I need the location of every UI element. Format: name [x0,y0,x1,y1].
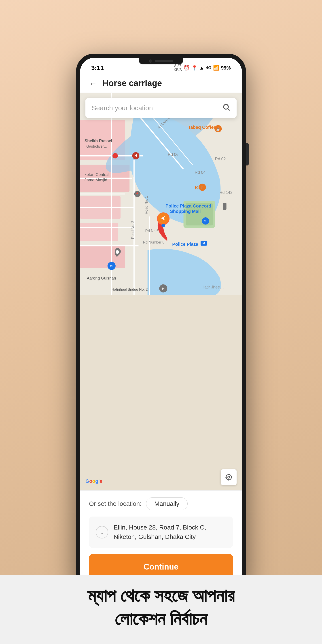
phone-screen: 3:11 8.27KB/S ⏰ 📍 ▲ 4G 📶 99% ← Horse car… [80,58,242,586]
svg-text:Road No. 1: Road No. 1 [144,196,148,214]
location-icon: 📍 [192,65,198,71]
battery-status: 99% [221,65,231,71]
svg-text:ketan Central: ketan Central [84,172,109,177]
svg-point-51 [162,224,165,227]
svg-text:Police Plaza Concord: Police Plaza Concord [166,204,211,208]
bottom-banner: ম্যাপ থেকে সহজে আপনার লোকেশন নির্বাচন [0,575,322,644]
front-camera [149,60,152,62]
svg-text:l Gastroliver…: l Gastroliver… [84,144,107,148]
svg-text:Rd No 6: Rd No 6 [145,229,158,233]
svg-text:Sheikh Russel: Sheikh Russel [84,139,112,143]
svg-text:☕: ☕ [216,127,220,131]
svg-line-67 [228,109,230,110]
search-icon[interactable] [222,103,230,113]
address-down-icon: ↓ [96,526,108,538]
svg-text:M: M [202,242,205,245]
wifi-icon: 📶 [213,65,219,71]
back-button[interactable]: ← [89,79,97,88]
alarm-icon: ⏰ [184,65,190,71]
status-time: 3:11 [91,64,104,72]
svg-text:🛍: 🛍 [110,264,113,268]
svg-text:Rd 06: Rd 06 [168,152,178,157]
svg-text:Police Plaza: Police Plaza [172,242,198,247]
svg-point-66 [224,104,228,109]
network-icon: 4G [206,66,211,70]
svg-text:🛍: 🛍 [204,219,207,223]
phone-notch [139,58,183,64]
svg-rect-63 [223,203,226,210]
svg-text:Rd 02: Rd 02 [215,157,226,161]
app-header: ← Horse carriage [80,74,242,93]
manually-button[interactable]: Manually [146,497,188,510]
svg-text:Jame Masjid: Jame Masjid [84,178,107,182]
svg-text:Rd 04: Rd 04 [195,170,206,175]
svg-rect-5 [80,223,118,241]
location-option-label: Or set the location: [89,500,142,507]
signal-icon: ▲ [199,65,204,71]
svg-point-60 [116,250,119,254]
svg-text:📍: 📍 [135,192,139,196]
page-title: Horse carriage [102,78,162,88]
address-row: ↓ Ellin, House 28, Road 7, Block C, Nike… [89,516,233,548]
phone-frame: 3:11 8.27KB/S ⏰ 📍 ▲ 4G 📶 99% ← Horse car… [76,54,246,590]
svg-text:Shopping Mall: Shopping Mall [170,209,200,214]
power-button [246,143,249,166]
svg-text:Tabaq Coffee: Tabaq Coffee [188,125,216,130]
banner-text: ম্যাপ থেকে সহজে আপনার লোকেশন নির্বাচন [14,584,308,630]
svg-text:H: H [162,287,164,290]
status-kb: 8.27KB/S [174,64,182,72]
svg-point-45 [112,153,118,158]
status-icons: 8.27KB/S ⏰ 📍 ▲ 4G 📶 99% [174,64,231,72]
address-text: Ellin, House 28, Road 7, Block C, Niketo… [114,523,226,542]
location-target-button[interactable] [221,469,236,485]
svg-text:🍴: 🍴 [200,186,204,190]
search-placeholder: Search your location [92,104,153,112]
map-container[interactable]: Rd 10 an Lake Walk Way Rd 06 Rd 04 Rd 02… [80,93,242,490]
svg-text:Aarong Gulshan: Aarong Gulshan [87,276,116,280]
svg-text:Hatiriheel Bridge No. 2: Hatiriheel Bridge No. 2 [112,287,148,291]
svg-text:Rd Number 8: Rd Number 8 [143,240,164,244]
bottom-panel: Or set the location: Manually ↓ Ellin, H… [80,490,242,586]
speaker [155,60,173,62]
svg-point-69 [226,474,232,480]
svg-text:Road No. 2: Road No. 2 [130,221,134,239]
svg-text:H: H [134,154,137,158]
search-bar[interactable]: Search your location [86,98,236,118]
google-logo: Google [86,478,102,484]
svg-text:Rd 142: Rd 142 [219,190,232,195]
svg-text:Hatir Jhee…: Hatir Jhee… [202,285,224,289]
svg-point-68 [228,476,230,478]
location-option-row: Or set the location: Manually [89,497,233,510]
